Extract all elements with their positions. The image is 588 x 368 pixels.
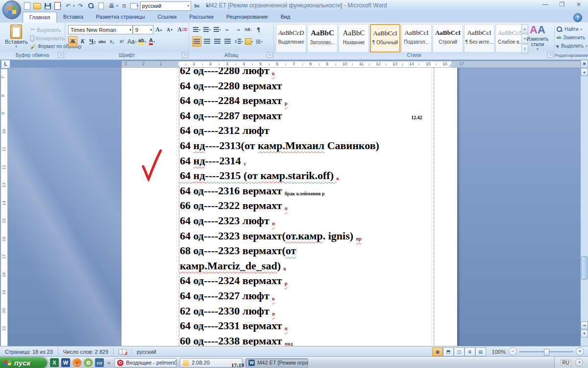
firefox-icon[interactable]: 🦊 <box>73 358 81 367</box>
document-line[interactable]: камр.Marciz_de_sad) к <box>180 260 454 275</box>
line-spacing-button[interactable]: ⇕▾ <box>233 36 244 47</box>
paragraph-dialog-launcher[interactable]: ↘ <box>267 52 272 58</box>
horizontal-ruler[interactable]: 3211234567891011121314151617 <box>11 60 581 68</box>
document-line[interactable]: 64 од----2280 вермахт <box>180 79 454 95</box>
shrink-font-button[interactable]: А▼ <box>165 25 174 35</box>
tray-chevron-icon[interactable]: ◂ <box>575 359 583 367</box>
icq-icon[interactable]: ✿ <box>84 358 93 367</box>
document-line[interactable]: 62 од----2280 люфт к <box>180 68 454 79</box>
font-family-combo[interactable]: Times New Roman▾ <box>68 25 133 34</box>
numbering-button[interactable]: ▾ <box>202 25 212 35</box>
taskbar-button[interactable]: WM42 ET [Режим огра... <box>245 358 308 368</box>
scroll-down-icon[interactable]: ▼ <box>581 330 588 338</box>
tab-item-2[interactable]: Разметка страницы <box>90 12 151 23</box>
tab-item-4[interactable]: Рассылки <box>183 12 220 23</box>
tray-clock[interactable]: 17:19 <box>231 362 244 368</box>
minimize-button[interactable]: — <box>541 1 550 8</box>
show-paragraph-marks-button[interactable]: ¶ <box>254 25 263 35</box>
word-count[interactable]: Число слов: 2 829 <box>58 348 114 355</box>
previous-page-icon[interactable]: ◂◂ <box>581 321 588 329</box>
document-line[interactable]: 64 нд----2315 (от камр.starik.off) к <box>180 169 454 184</box>
tab-item-5[interactable]: Рецензирование <box>220 12 274 23</box>
style-item[interactable]: AaBbCcIСтрогий <box>433 24 463 53</box>
find-button[interactable]: Найти▾ <box>555 25 588 33</box>
tab-item-6[interactable]: Вид <box>274 12 297 23</box>
document-line[interactable]: 60 од----2338 вермахт пнд <box>180 335 454 346</box>
drawing-canvas-icon[interactable]: ▾ <box>130 1 139 10</box>
scroll-up-icon[interactable]: ▲ <box>581 68 588 76</box>
zoom-level[interactable]: 100% <box>492 349 506 355</box>
close-button[interactable]: ✕ <box>574 1 583 8</box>
vertical-scrollbar[interactable]: ▦ ▲ ▼ ◂◂ <box>581 60 588 346</box>
start-button[interactable]: пуск <box>0 357 47 368</box>
align-left-button[interactable] <box>192 36 201 47</box>
document-line[interactable]: 64 од----2323 вермахт(от.камр. ignis) пр <box>180 230 454 245</box>
superscript-button[interactable]: x² <box>117 36 126 47</box>
tab-item-3[interactable]: Ссылки <box>151 12 183 23</box>
replace-button[interactable]: abЗаменить <box>555 33 588 42</box>
select-button[interactable]: Выделить▾ <box>555 42 588 50</box>
highlight-color-button[interactable]: ab▾ <box>138 36 147 47</box>
scrollbar-thumb[interactable] <box>581 256 588 280</box>
cut-button[interactable]: ✂Вырезать <box>28 26 65 34</box>
undo-dropdown-icon[interactable]: ▾ <box>73 4 75 8</box>
print-layout-view-button[interactable]: ▣ <box>432 347 443 356</box>
font-dialog-launcher[interactable]: ↘ <box>182 52 188 58</box>
italic-button[interactable]: К <box>78 36 87 47</box>
spellcheck-icon[interactable]: bc <box>193 1 201 10</box>
paste-button[interactable]: Вставить ▾ <box>5 25 27 52</box>
clipboard-dialog-launcher[interactable]: ↘ <box>58 52 64 58</box>
tray-language-indicator[interactable]: RU <box>561 360 571 366</box>
align-center-button[interactable] <box>202 36 212 47</box>
quicklaunch-more-icon[interactable]: » <box>106 360 111 366</box>
outline-view-button[interactable]: ≣ <box>465 347 475 356</box>
sort-button[interactable]: АЯ↓ <box>244 25 253 35</box>
tab-home[interactable]: Главная <box>23 12 57 23</box>
style-item[interactable]: AaBbCcI¶ Без инте... <box>464 24 494 53</box>
hanging-indent-marker[interactable] <box>175 64 180 67</box>
office-button[interactable] <box>2 0 21 19</box>
help-button[interactable]: ? <box>573 13 582 22</box>
taskbar-button[interactable]: OВходящие - pelmen0... <box>114 358 177 368</box>
language-status[interactable]: русский <box>132 348 161 355</box>
document-line[interactable]: 64 од----2287 вермахт12.42 <box>180 109 454 125</box>
zoom-out-button[interactable]: − <box>509 347 517 356</box>
new-document-icon[interactable] <box>23 1 31 10</box>
styles-dialog-launcher[interactable]: ↘ <box>547 52 553 58</box>
borders-button[interactable]: ⊞▾ <box>255 36 264 47</box>
style-item[interactable]: AaBbCЗаголово... <box>307 24 338 53</box>
language-combo[interactable]: русский ▾ <box>140 1 191 11</box>
print-dropdown-icon[interactable]: ▾ <box>117 4 119 8</box>
qat-more-icon[interactable]: ▾ <box>203 1 212 10</box>
search-icon[interactable] <box>87 1 96 10</box>
print-preview-icon[interactable] <box>97 1 106 10</box>
fullscreen-reading-view-button[interactable]: ⬒ <box>443 347 454 356</box>
grow-font-button[interactable]: А▲ <box>154 25 164 35</box>
copy-button[interactable]: Копировать <box>28 34 65 42</box>
print-icon[interactable]: 🖶 <box>107 1 116 10</box>
document-line[interactable]: 64 од----2327 люфт к <box>180 289 454 305</box>
save-icon[interactable] <box>43 1 52 10</box>
save-as-icon[interactable]: ▾ <box>53 1 62 10</box>
style-item[interactable]: AaBbCcI¶ Обычный <box>370 24 400 53</box>
document-line[interactable]: 64 од----2312 люфт <box>180 124 454 139</box>
clear-formatting-button[interactable]: А⌫ <box>177 25 188 35</box>
word-icon[interactable]: W <box>61 358 70 367</box>
font-size-combo[interactable]: 9▾ <box>133 25 153 34</box>
equation-icon[interactable]: π <box>120 1 128 10</box>
spellcheck-status[interactable] <box>114 348 132 355</box>
style-item[interactable]: AaBbCcIПодзагол... <box>401 24 432 53</box>
format-painter-button[interactable]: 🖌Формат по образцу <box>28 42 65 51</box>
underline-button[interactable]: Ч▾ <box>88 36 97 47</box>
zoom-slider-track[interactable] <box>519 351 573 352</box>
document-line[interactable]: 64 нд----2313(от камр.Михаил Савинков) <box>180 139 454 155</box>
document-line[interactable]: 62 од----2330 люфт п <box>180 305 454 320</box>
right-indent-marker[interactable] <box>448 64 453 67</box>
ruler-toggle-button[interactable]: ▦ <box>581 60 588 68</box>
zoom-slider-thumb[interactable] <box>544 349 549 356</box>
zoom-in-button[interactable]: + <box>576 347 584 356</box>
draft-view-button[interactable]: ▤ <box>475 347 486 356</box>
bold-button[interactable]: Ж <box>68 36 77 47</box>
change-case-button[interactable]: Aa▾ <box>127 36 137 47</box>
style-item[interactable]: AaBbCНазвание <box>339 24 369 53</box>
